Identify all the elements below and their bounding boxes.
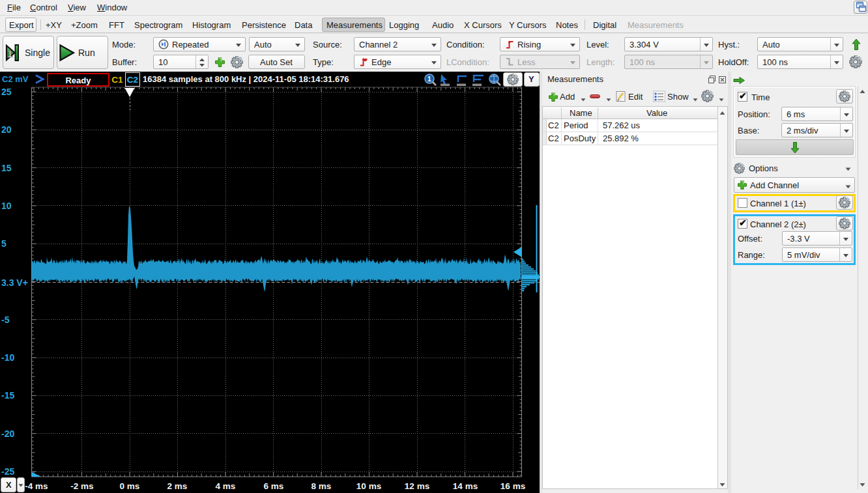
- svg-text:-2 ms: -2 ms: [70, 481, 93, 491]
- svg-text:-25: -25: [1, 466, 14, 477]
- svg-text:8 ms: 8 ms: [311, 481, 332, 491]
- svg-text:1: 1: [7, 48, 12, 59]
- svg-text:10: 10: [1, 201, 12, 211]
- svg-text:-4 ms: -4 ms: [25, 481, 48, 491]
- svg-text:-15: -15: [1, 390, 14, 401]
- svg-text:10 ms: 10 ms: [356, 481, 381, 491]
- svg-text:2 ms: 2 ms: [167, 481, 188, 491]
- svg-text:4 ms: 4 ms: [216, 481, 236, 491]
- svg-text:15: 15: [1, 163, 12, 173]
- svg-text:3.3 V+: 3.3 V+: [1, 277, 28, 288]
- svg-text:-10: -10: [1, 352, 14, 363]
- svg-text:20: 20: [1, 124, 12, 135]
- svg-text:5: 5: [1, 238, 7, 249]
- svg-text:12 ms: 12 ms: [405, 481, 429, 491]
- svg-text:0 ms: 0 ms: [120, 481, 140, 491]
- svg-text:-20: -20: [1, 429, 14, 439]
- svg-text:25: 25: [1, 87, 12, 97]
- svg-text:6 ms: 6 ms: [264, 481, 284, 491]
- svg-text:-5: -5: [1, 315, 10, 325]
- svg-text:1: 1: [427, 76, 431, 83]
- svg-text:14 ms: 14 ms: [453, 481, 478, 491]
- svg-text:16 ms: 16 ms: [500, 481, 525, 491]
